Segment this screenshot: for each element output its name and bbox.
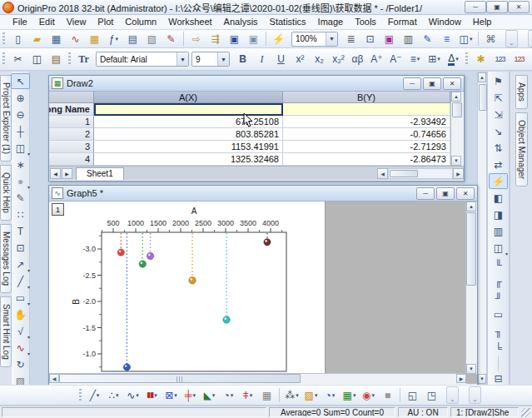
paste-icon[interactable]: ▤	[47, 51, 66, 68]
worksheet-title-bar[interactable]: ▦ Draw2 ─▣✕	[49, 76, 464, 92]
add-top-x-layer-icon[interactable]: ╙	[489, 256, 508, 272]
minimize-button[interactable]: ─	[416, 187, 435, 200]
scroll-down-icon[interactable]: ▼	[451, 156, 461, 166]
flow-chart-icon[interactable]: ◫▾	[456, 30, 475, 47]
scrollbar-thumb[interactable]	[452, 102, 462, 117]
menu-help[interactable]: Help	[467, 15, 498, 29]
font-preview-icon[interactable]: Tr	[74, 51, 93, 68]
point-marker-2[interactable]	[123, 364, 130, 371]
new-layout-icon[interactable]: ▤	[123, 30, 142, 47]
active-cell-long-name-a[interactable]	[94, 103, 283, 116]
graph-window[interactable]: ∿ Graph5 * ─▣✕ 5001000150020002500300035…	[48, 185, 478, 386]
subsuperscript-icon[interactable]: x₂²	[329, 51, 348, 68]
menu-tools[interactable]: Tools	[349, 15, 382, 29]
text-box-icon[interactable]: ⊡	[11, 240, 30, 256]
toolbar-grip[interactable]	[465, 52, 468, 66]
toolbar-grip[interactable]	[2, 52, 5, 66]
scatter-plot-icon[interactable]: ∴▾	[104, 386, 123, 404]
border-grid-icon[interactable]: ⊞▾	[425, 51, 444, 68]
worksheet-window[interactable]: ▦ Draw2 ─▣✕ A(X) B(Y) Long Name 1672.251…	[48, 75, 465, 182]
layer-badge[interactable]: 1	[52, 203, 64, 216]
polar-plot-icon[interactable]: ◔▾	[219, 386, 238, 404]
point-marker-4[interactable]	[147, 252, 153, 259]
row-header-1[interactable]: 1	[49, 116, 94, 128]
print-icon[interactable]: ≣	[341, 30, 360, 47]
add-bottom-x-layer-icon[interactable]: ╘	[489, 340, 508, 356]
point-marker-7[interactable]	[264, 239, 271, 246]
menu-column[interactable]: Column	[119, 15, 162, 29]
tab-messages-log[interactable]: Messages Log	[0, 224, 12, 293]
data-cursor-icon[interactable]: ∗	[11, 157, 30, 172]
toolbar-overflow[interactable]: ⌄	[505, 30, 518, 47]
edit-graph-icon[interactable]: ✎	[162, 30, 181, 47]
rescale-icon[interactable]: ↘	[489, 123, 508, 139]
scale-out-icon[interactable]: ⇲	[489, 107, 508, 122]
font-size-combo[interactable]: 9 ▼	[191, 52, 230, 67]
3d-pie-icon[interactable]: ◔▾	[321, 386, 340, 404]
layer-grid-icon[interactable]: ▥	[489, 223, 508, 239]
menu-view[interactable]: View	[61, 15, 92, 29]
column-properties-icon[interactable]: 123	[510, 51, 529, 68]
tab-project-explorer[interactable]: Project Explorer (1)	[0, 75, 12, 162]
3d-bars-icon[interactable]: ▦▾	[340, 386, 359, 404]
worksheet-hscrollbar[interactable]: ◀ ▶	[377, 167, 464, 179]
row-header-2[interactable]: 2	[49, 128, 94, 141]
increase-font-icon[interactable]: A⁺	[367, 51, 386, 68]
toolbar-grip[interactable]	[79, 389, 82, 402]
align-icon[interactable]: ≡▾	[405, 51, 425, 68]
pan-hand-icon[interactable]: ✋	[11, 306, 30, 322]
save-project-icon[interactable]: ▣	[225, 30, 244, 47]
toolbar-overflow[interactable]: ⌄	[446, 386, 459, 404]
double-line-icon[interactable]: ≡	[437, 30, 456, 47]
sheet-next-icon[interactable]: ▶	[62, 168, 72, 179]
font-color-icon[interactable]: Δ▾	[444, 51, 463, 68]
import-single-icon[interactable]: ⇨	[186, 30, 206, 47]
restore-button[interactable]: ▣	[436, 187, 455, 200]
tab-quick-help[interactable]: Quick Help	[0, 165, 12, 221]
scrollbar-thumb[interactable]	[479, 84, 487, 111]
add-inset-layer-icon[interactable]: ╜	[489, 290, 508, 306]
menu-format[interactable]: Format	[382, 15, 423, 29]
tab-apps[interactable]: Apps	[515, 75, 528, 109]
restore-button[interactable]: ▣	[423, 77, 441, 90]
theme-edit-icon[interactable]: ✎	[418, 30, 437, 47]
area-plot-icon[interactable]: ◣▾	[200, 386, 219, 404]
draw-data-icon[interactable]: ✎	[11, 190, 30, 206]
cell-b-2[interactable]: -0.74656	[283, 128, 450, 141]
zoom-in-icon[interactable]: ⊕	[11, 90, 30, 106]
scroll-up-icon[interactable]: ▲	[478, 72, 486, 82]
menu-worksheet[interactable]: Worksheet	[162, 15, 217, 29]
mask-icon[interactable]: ●▾	[11, 173, 30, 189]
line-plot-icon[interactable]: ╱▾	[85, 386, 104, 404]
scrollbar-thumb[interactable]	[390, 170, 418, 177]
new-worksheet-icon[interactable]: ▦	[47, 30, 66, 47]
cell-a-3[interactable]: 1153.41991	[94, 141, 283, 153]
scrollbar-thumb[interactable]	[466, 212, 476, 286]
long-name-header[interactable]: Long Name	[49, 103, 94, 116]
close-button[interactable]: ✕	[443, 77, 461, 90]
text-tool-icon[interactable]: T	[11, 223, 30, 239]
underline-icon[interactable]: U	[271, 51, 291, 68]
toolbar-overflow[interactable]: ⌄	[469, 386, 481, 404]
new-project-icon[interactable]: ▯	[8, 30, 27, 47]
sheet-tab[interactable]: Sheet1	[76, 167, 124, 180]
add-right-y-layer-icon[interactable]: ╓	[489, 273, 508, 289]
run-script-icon[interactable]: ⚡	[269, 30, 288, 47]
arrow-tool-icon[interactable]: ↗▾	[11, 256, 30, 272]
slide-show-icon[interactable]: ⊡	[360, 30, 380, 47]
speed-mode-icon[interactable]: ⚑	[489, 73, 508, 89]
graph-title-bar[interactable]: ∿ Graph5 * ─▣✕	[49, 186, 477, 202]
zoom-out-icon[interactable]: ⊖	[11, 107, 30, 122]
scroll-up-icon[interactable]: ▲	[451, 92, 461, 102]
rerun-autoscale-icon[interactable]: ⚡	[489, 173, 508, 189]
screen-reader-icon[interactable]: ┼	[11, 123, 30, 139]
menu-statistics[interactable]: Statistics	[264, 15, 312, 29]
cell-b-4[interactable]: -2.86473	[283, 153, 450, 166]
decrease-font-icon[interactable]: A⁻	[386, 51, 405, 68]
row-header-4[interactable]: 4	[49, 153, 94, 166]
equation-icon[interactable]: √▾	[11, 323, 30, 339]
menu-edit[interactable]: Edit	[33, 15, 61, 29]
graph-plot[interactable]: 5001000150020002500300035004000-3.0-2.5-…	[49, 202, 325, 374]
scroll-up-icon[interactable]: ▲	[466, 202, 476, 211]
chevron-down-icon[interactable]: ▼	[217, 52, 229, 66]
